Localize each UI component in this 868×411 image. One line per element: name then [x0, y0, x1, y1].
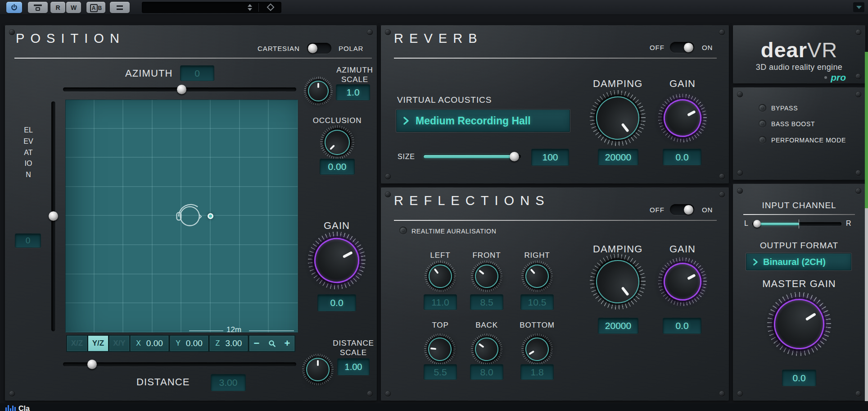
reverb-gain-knob[interactable] [664, 99, 701, 137]
coord-y-field[interactable]: Y 0.00 [170, 336, 208, 351]
zoom-out-button[interactable]: − [254, 338, 260, 349]
view-tab-yz-active[interactable]: Y/Z [88, 336, 108, 351]
occlusion-value[interactable]: 0.00 [320, 159, 355, 175]
bottom-knob[interactable] [525, 338, 549, 361]
front-value[interactable]: 8.5 [470, 294, 503, 310]
size-slider-thumb[interactable] [510, 152, 519, 161]
occlusion-knob[interactable] [325, 130, 350, 155]
virtual-acoustics-dropdown[interactable]: Medium Recording Hall [396, 110, 570, 132]
realtime-auralisation-radio[interactable] [399, 227, 407, 234]
elevation-slider-thumb[interactable] [49, 211, 58, 221]
left-value[interactable]: 11.0 [424, 294, 457, 310]
knob-pointer [805, 312, 817, 321]
distance-slider-thumb[interactable] [87, 360, 97, 369]
distance-value[interactable]: 3.00 [211, 374, 246, 391]
reflections-gain-value[interactable]: 0.0 [663, 318, 701, 334]
cartesian-polar-toggle[interactable] [307, 43, 331, 54]
front-knob[interactable] [475, 265, 498, 288]
magnifier-icon[interactable] [268, 340, 276, 347]
bypass-radio[interactable] [759, 104, 766, 112]
top-value[interactable]: 5.5 [424, 364, 457, 380]
input-channel-slider[interactable] [752, 222, 841, 226]
preset-diamond-icon[interactable] [267, 4, 275, 11]
azimuth-scale-knob[interactable] [308, 81, 329, 101]
reflections-title: REFLECTIONS [394, 193, 550, 208]
reflections-damping-value[interactable]: 20000 [598, 318, 638, 334]
reverb-damping-label: DAMPING [593, 78, 642, 90]
toggle-thumb[interactable] [684, 205, 693, 215]
position-title: POSITION [16, 31, 125, 46]
reflections-gain-knob[interactable] [664, 263, 701, 301]
right-label: RIGHT [517, 251, 557, 260]
polar-label: POLAR [339, 45, 363, 52]
back-value[interactable]: 8.0 [470, 364, 503, 380]
distance-slider[interactable] [63, 362, 296, 366]
screw [385, 391, 391, 397]
reverb-damping-value[interactable]: 20000 [598, 149, 638, 165]
elevation-label: ELEVATION [23, 125, 33, 181]
position-gain-knob[interactable] [314, 238, 359, 283]
reflections-on-off-toggle[interactable] [670, 204, 694, 215]
preset-menu-button[interactable] [110, 2, 130, 13]
bypass-power-button[interactable] [6, 2, 22, 13]
range-line [189, 330, 223, 331]
right-value[interactable]: 10.5 [520, 294, 554, 310]
editor-window-button[interactable] [28, 2, 48, 13]
azimuth-value[interactable]: 0 [180, 65, 214, 81]
view-tab-xy[interactable]: X/Y [109, 336, 129, 351]
read-automation-button[interactable]: R [50, 2, 65, 13]
azimuth-scale-value[interactable]: 1.0 [336, 84, 370, 100]
position-grid[interactable]: 12m [65, 100, 298, 333]
position-gain-value[interactable]: 0.0 [317, 294, 356, 311]
view-tab-xz[interactable]: X/Z [67, 336, 87, 351]
performance-mode-radio[interactable] [759, 136, 766, 144]
bottom-value[interactable]: 1.8 [520, 364, 554, 380]
knob-pointer [430, 347, 436, 350]
master-gain-value[interactable]: 0.0 [782, 370, 816, 386]
chevron-right-icon [753, 258, 758, 266]
divider [394, 58, 717, 59]
size-slider[interactable] [423, 155, 521, 159]
knob-pointer [530, 269, 535, 274]
master-gain-knob[interactable] [774, 299, 824, 349]
reflections-damping-knob[interactable] [596, 260, 639, 303]
reverb-gain-value[interactable]: 0.0 [663, 149, 701, 165]
top-knob[interactable] [428, 338, 452, 361]
zoom-in-button[interactable]: + [285, 338, 290, 349]
azimuth-slider[interactable] [63, 87, 296, 91]
bass-boost-radio[interactable] [759, 120, 766, 128]
input-channel-thumb[interactable] [753, 220, 761, 228]
output-format-dropdown[interactable]: Binaural (2CH) [746, 253, 851, 270]
input-channel-label: INPUT CHANNEL [732, 201, 866, 210]
preset-name-field[interactable] [142, 2, 281, 13]
toggle-thumb[interactable] [308, 44, 317, 53]
coord-x-field[interactable]: X 0.00 [131, 336, 168, 351]
grid-zoom-controls: − + [249, 336, 294, 351]
toggle-thumb[interactable] [684, 43, 693, 52]
left-knob[interactable] [429, 265, 452, 288]
size-value[interactable]: 100 [531, 149, 569, 166]
elevation-value[interactable]: 0 [15, 233, 41, 248]
reverb-damping-knob[interactable] [596, 96, 639, 140]
coord-z-field[interactable]: Z 3.00 [210, 336, 248, 351]
back-knob[interactable] [475, 338, 498, 361]
knob-pointer [479, 270, 484, 275]
divider [14, 58, 372, 59]
screw [855, 188, 861, 194]
write-automation-button[interactable]: W [66, 2, 81, 13]
distance-scale-value[interactable]: 1.00 [337, 358, 370, 375]
reverb-on-off-toggle[interactable] [670, 42, 694, 53]
azimuth-slider-thumb[interactable] [177, 85, 186, 94]
ab-compare-button[interactable]: AB [86, 2, 105, 13]
reflections-off-label: OFF [650, 206, 665, 214]
preset-prev-next-stepper[interactable] [246, 3, 253, 12]
right-knob[interactable] [525, 265, 549, 288]
elevation-slider[interactable] [51, 101, 55, 331]
sound-source-dot[interactable] [208, 213, 213, 219]
io-panel: INPUT CHANNEL L R OUTPUT FORMAT Binaural… [732, 183, 866, 401]
bypass-label: BYPASS [771, 105, 798, 112]
background-window-sliver-green [865, 52, 868, 208]
reverb-on-label: ON [702, 44, 713, 51]
distance-scale-knob[interactable] [306, 358, 330, 381]
toolbar-options-button[interactable] [853, 2, 864, 12]
